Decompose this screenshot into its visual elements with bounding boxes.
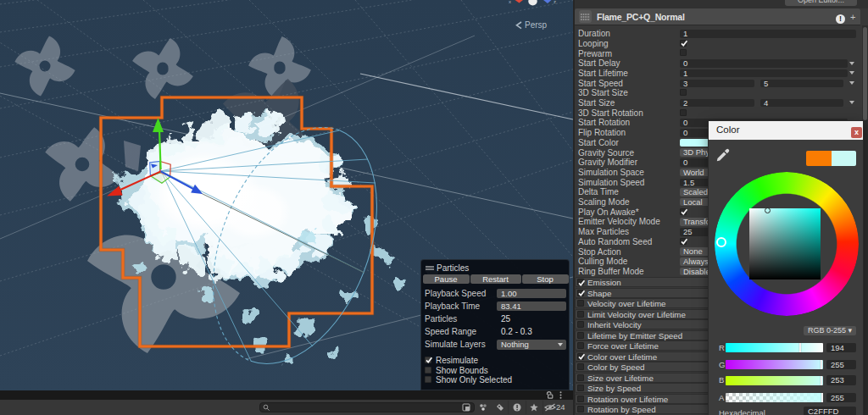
svg-text:z: z [554,0,556,4]
svg-text:x: x [509,0,511,4]
svg-text:Persp: Persp [525,20,548,30]
